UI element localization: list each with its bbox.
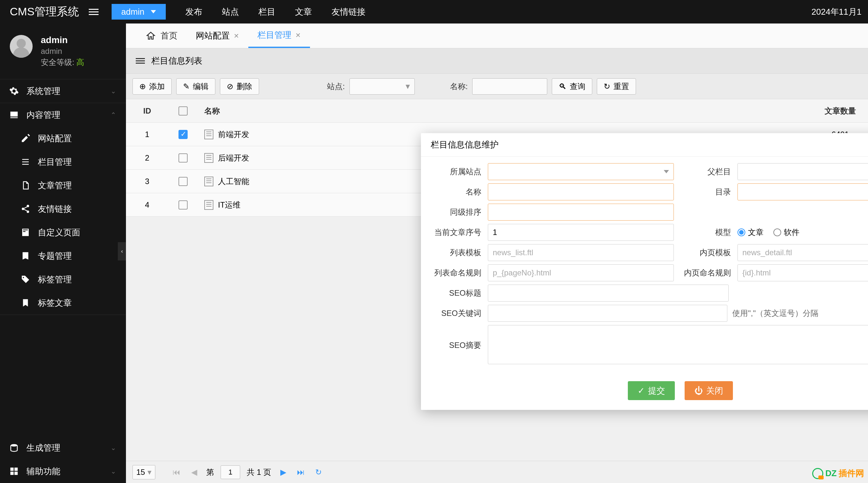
list-rule-input[interactable] (488, 264, 674, 281)
sidebar: admin admin 安全等级: 高 系统管理 ⌄ 内容管理 ⌃ 网站配置 (0, 24, 126, 483)
list-icon (20, 156, 31, 168)
label-seo-desc: SEO摘要 (431, 340, 488, 351)
user-role: admin (41, 47, 84, 56)
chevron-down-icon: ⌄ (111, 444, 116, 452)
svg-rect-7 (14, 472, 18, 475)
header: CMS管理系统 admin 发布 站点 栏目 文章 友情链接 2024年11月1 (0, 0, 868, 24)
user-dropdown[interactable]: admin (112, 4, 166, 20)
order-input[interactable] (488, 204, 674, 221)
detail-rule-input[interactable] (738, 264, 868, 281)
share-icon (20, 203, 31, 215)
database-icon (8, 442, 20, 454)
sidebar-item-topic[interactable]: 专题管理 (0, 244, 126, 268)
sidebar-item-article[interactable]: 文章管理 (0, 174, 126, 197)
security-level: 安全等级: 高 (41, 57, 84, 67)
svg-rect-6 (10, 472, 14, 475)
close-button[interactable]: ⏻关闭 (685, 381, 733, 400)
logo-icon (812, 468, 823, 479)
modal: 栏目信息信息维护 × 所属站点 父栏目 名称 目录 同级排序 当前文章序号 模型… (421, 133, 868, 410)
seo-title-input[interactable] (488, 284, 728, 302)
modal-title: 栏目信息信息维护 (431, 139, 499, 150)
label-seo-title: SEO标题 (431, 288, 488, 298)
sidebar-item-links[interactable]: 友情链接 (0, 197, 126, 221)
header-date: 2024年11月1 (811, 6, 862, 18)
svg-rect-4 (10, 467, 14, 471)
seo-desc-input[interactable] (488, 325, 868, 364)
avatar (10, 35, 33, 58)
label-seo-kw: SEO关键词 (431, 308, 488, 319)
label-parent: 父栏目 (680, 167, 738, 177)
user-block: admin admin 安全等级: 高 (0, 24, 126, 79)
main: 首页 网站配置 ✕ 栏目管理 ✕ 栏目信息列表 ⊕添加 ✎编辑 ⊘删除 站点: … (126, 24, 868, 483)
page-icon (20, 227, 31, 238)
submit-button[interactable]: ✓提交 (628, 381, 675, 400)
sidebar-item-tags[interactable]: 标签管理 (0, 268, 126, 291)
parent-select[interactable] (738, 163, 868, 180)
label-dir: 目录 (680, 187, 738, 197)
svg-rect-5 (14, 467, 18, 471)
sidebar-item-tag-article[interactable]: 标签文章 (0, 291, 126, 314)
chevron-down-icon (664, 170, 669, 173)
label-name: 名称 (431, 187, 488, 197)
label-order: 同级排序 (431, 207, 488, 217)
user-label: admin (121, 7, 145, 17)
sidebar-item-site-config[interactable]: 网站配置 (0, 127, 126, 150)
label-seq: 当前文章序号 (431, 227, 488, 238)
chevron-down-icon: ⌄ (111, 467, 116, 475)
nav-site[interactable]: 站点 (222, 6, 239, 18)
gear-icon (8, 85, 20, 97)
label-list-rule: 列表命名规则 (431, 268, 488, 278)
label-detail-tpl: 内页模板 (680, 247, 738, 258)
brand: CMS管理系统 (0, 4, 86, 19)
chevron-down-icon: ⌄ (111, 87, 116, 95)
user-name: admin (41, 35, 84, 46)
nav-assist[interactable]: 辅助功能 ⌄ (0, 459, 126, 483)
radio-software[interactable]: 软件 (773, 227, 800, 238)
nav-generate[interactable]: 生成管理 ⌄ (0, 436, 126, 459)
nav-system[interactable]: 系统管理 ⌄ (0, 79, 126, 103)
check-icon: ✓ (638, 386, 645, 396)
grid-icon (8, 465, 20, 477)
document-icon (20, 180, 31, 191)
top-nav: 发布 站点 栏目 文章 友情链接 (185, 6, 366, 18)
kw-hint: 使用","（英文逗号）分隔 (732, 308, 818, 319)
label-detail-rule: 内页命名规则 (680, 268, 738, 278)
seo-kw-input[interactable] (488, 305, 727, 322)
radio-article[interactable]: 文章 (738, 227, 764, 238)
nav-column[interactable]: 栏目 (258, 6, 275, 18)
bookmark-icon (20, 297, 31, 309)
watermark: DZ插件网 (812, 467, 864, 479)
detail-tpl-input[interactable] (738, 244, 868, 261)
book-icon (20, 250, 31, 262)
chevron-left-icon: ‹ (121, 248, 123, 254)
label-model: 模型 (680, 227, 738, 238)
list-tpl-input[interactable] (488, 244, 674, 261)
sidebar-item-custom-page[interactable]: 自定义页面 (0, 221, 126, 244)
chevron-down-icon (151, 10, 156, 13)
dir-input[interactable] (738, 183, 868, 201)
label-list-tpl: 列表模板 (431, 247, 488, 258)
label-site: 所属站点 (431, 167, 488, 177)
seq-input[interactable] (488, 224, 674, 241)
power-icon: ⏻ (694, 386, 703, 396)
sidebar-collapse[interactable]: ‹ (118, 242, 126, 261)
modal-header: 栏目信息信息维护 × (421, 133, 868, 157)
svg-point-3 (11, 444, 17, 447)
edit-icon (20, 132, 31, 144)
hamburger-icon[interactable] (86, 5, 102, 18)
nav-content[interactable]: 内容管理 ⌃ (0, 103, 126, 127)
nav-links[interactable]: 友情链接 (332, 6, 366, 18)
chevron-up-icon: ⌃ (111, 111, 116, 119)
sidebar-item-column[interactable]: 栏目管理 (0, 150, 126, 174)
tag-icon (20, 273, 31, 285)
site-select[interactable] (488, 163, 674, 180)
monitor-icon (8, 109, 20, 121)
nav-publish[interactable]: 发布 (185, 6, 202, 18)
nav-article[interactable]: 文章 (295, 6, 312, 18)
name-input[interactable] (488, 183, 674, 201)
